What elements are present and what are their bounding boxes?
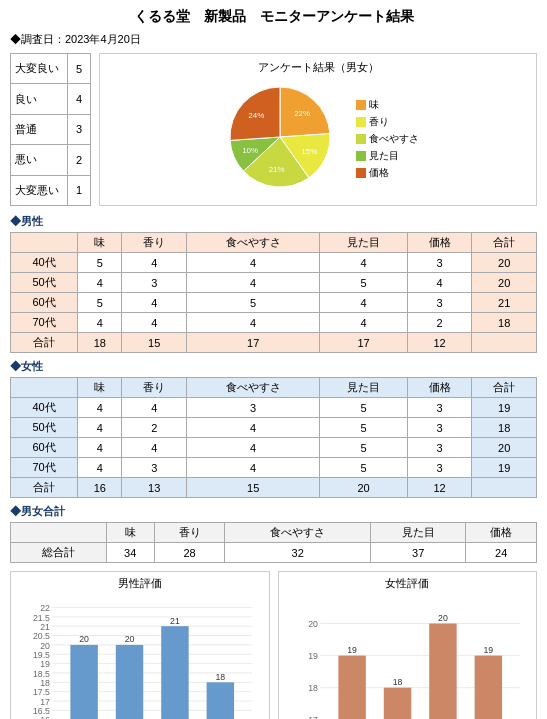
- table-cell: [472, 478, 537, 498]
- charts-row: 男性評価 1616.51717.51818.51919.52020.52121.…: [10, 571, 537, 719]
- combined-table: 味香り食べやすさ見た目価格総合計3428323724: [10, 522, 537, 563]
- svg-text:19.5: 19.5: [33, 650, 50, 660]
- legend-item: 価格: [356, 166, 419, 180]
- combined-section-label: ◆男女合計: [10, 504, 537, 519]
- table-cell: 4: [122, 398, 187, 418]
- table-cell: 4: [122, 313, 187, 333]
- table-cell: 70代: [11, 313, 78, 333]
- table-cell: 70代: [11, 458, 78, 478]
- pie-label: 22%: [294, 109, 310, 118]
- table-cell: 50代: [11, 418, 78, 438]
- svg-text:20.5: 20.5: [33, 631, 50, 641]
- table-cell: 15: [187, 478, 320, 498]
- scale-value: 1: [68, 175, 91, 205]
- table-cell: 20: [320, 478, 407, 498]
- svg-text:16.5: 16.5: [33, 706, 50, 716]
- table-cell: 32: [225, 543, 371, 563]
- table-header: 価格: [466, 523, 537, 543]
- svg-text:20: 20: [79, 634, 89, 644]
- table-header: 香り: [122, 378, 187, 398]
- table-cell: 3: [407, 398, 472, 418]
- table-cell: 4: [187, 273, 320, 293]
- svg-text:18.5: 18.5: [33, 669, 50, 679]
- scale-label: 大変悪い: [11, 175, 68, 205]
- table-cell: 37: [370, 543, 466, 563]
- svg-text:19: 19: [483, 645, 493, 655]
- pie-chart-title: アンケート結果（男女）: [106, 60, 530, 75]
- legend-item: 食べやすさ: [356, 132, 419, 146]
- legend-label: 味: [369, 98, 379, 112]
- table-cell: 24: [466, 543, 537, 563]
- table-cell: 16: [78, 478, 122, 498]
- table-cell: 3: [187, 398, 320, 418]
- legend-label: 価格: [369, 166, 389, 180]
- table-cell: 5: [78, 253, 122, 273]
- table-row: 40代5444320: [11, 253, 537, 273]
- table-header: 味: [78, 233, 122, 253]
- table-cell: 5: [320, 458, 407, 478]
- table-header: 香り: [122, 233, 187, 253]
- table-cell: 4: [187, 253, 320, 273]
- bar: [70, 645, 97, 719]
- bar: [116, 645, 143, 719]
- svg-text:18: 18: [40, 678, 50, 688]
- table-cell: 4: [407, 273, 472, 293]
- svg-text:20: 20: [438, 613, 448, 623]
- female-bar-title: 女性評価: [283, 576, 533, 591]
- table-cell: 13: [122, 478, 187, 498]
- table-cell: 3: [122, 273, 187, 293]
- svg-text:19: 19: [40, 659, 50, 669]
- table-header: 食べやすさ: [187, 233, 320, 253]
- table-header: [11, 233, 78, 253]
- table-header: 価格: [407, 378, 472, 398]
- table-header: 食べやすさ: [225, 523, 371, 543]
- table-row: 70代4345319: [11, 458, 537, 478]
- bar: [338, 656, 365, 719]
- table-cell: 17: [187, 333, 320, 353]
- svg-text:21: 21: [170, 616, 180, 626]
- table-cell: 4: [320, 293, 407, 313]
- table-cell: 5: [320, 418, 407, 438]
- pie-label: 21%: [268, 165, 284, 174]
- scale-value: 5: [68, 54, 91, 84]
- legend-color: [356, 117, 366, 127]
- table-row: 60代5454321: [11, 293, 537, 313]
- table-cell: 60代: [11, 438, 78, 458]
- table-header: 食べやすさ: [187, 378, 320, 398]
- table-cell: 2: [122, 418, 187, 438]
- bar: [161, 626, 188, 719]
- table-cell: [472, 333, 537, 353]
- svg-text:21.5: 21.5: [33, 613, 50, 623]
- table-row: 70代4444218: [11, 313, 537, 333]
- pie-area: 22%15%21%10%24% 味香り食べやすさ見た目価格: [106, 79, 530, 199]
- table-cell: 5: [78, 293, 122, 313]
- page-title: くるる堂 新製品 モニターアンケート結果: [10, 8, 537, 26]
- legend-color: [356, 100, 366, 110]
- table-cell: 4: [78, 438, 122, 458]
- table-row: 40代4435319: [11, 398, 537, 418]
- table-row: 50代4345420: [11, 273, 537, 293]
- table-header: [11, 523, 107, 543]
- pie-legend: 味香り食べやすさ見た目価格: [356, 98, 419, 180]
- table-cell: 12: [407, 478, 472, 498]
- svg-text:21: 21: [40, 622, 50, 632]
- pie-chart-box: アンケート結果（男女） 22%15%21%10%24% 味香り食べやすさ見た目価…: [99, 53, 537, 206]
- male-bar-chart: 男性評価 1616.51717.51818.51919.52020.52121.…: [10, 571, 270, 719]
- legend-item: 見た目: [356, 149, 419, 163]
- svg-text:18: 18: [392, 677, 402, 687]
- svg-text:19: 19: [308, 651, 318, 661]
- table-cell: 18: [472, 313, 537, 333]
- female-bar-chart: 女性評価 171819201940代1850代2060代1970代: [278, 571, 538, 719]
- pie-label: 24%: [248, 111, 264, 120]
- table-total-row: 合計1815171712: [11, 333, 537, 353]
- scale-value: 4: [68, 84, 91, 114]
- table-header: [11, 378, 78, 398]
- table-cell: 4: [187, 418, 320, 438]
- female-bar-svg: 171819201940代1850代2060代1970代: [283, 595, 533, 719]
- svg-text:17: 17: [40, 697, 50, 707]
- table-cell: 5: [187, 293, 320, 313]
- survey-date: ◆調査日：2023年4月20日: [10, 32, 537, 47]
- scale-label: 悪い: [11, 145, 68, 175]
- scale-label: 普通: [11, 114, 68, 144]
- legend-item: 味: [356, 98, 419, 112]
